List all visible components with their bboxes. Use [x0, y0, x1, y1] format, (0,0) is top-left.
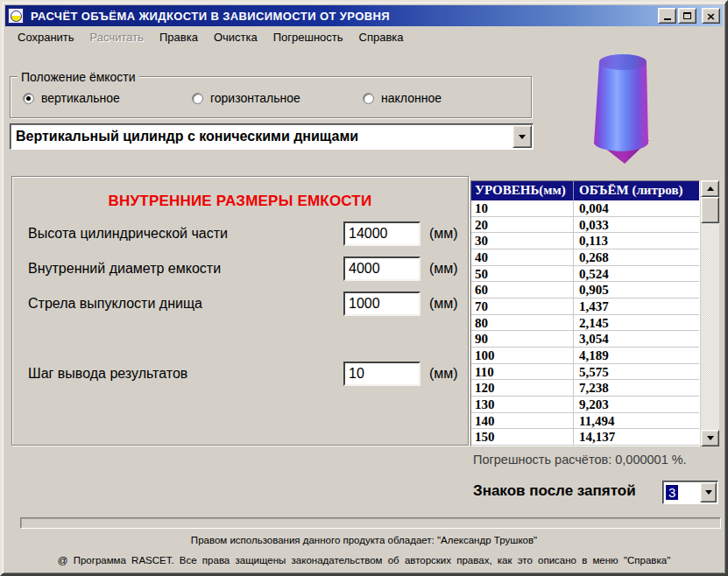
volume-cell: 7,238: [574, 380, 699, 397]
volume-cell: 4,189: [574, 348, 699, 364]
app-icon: [8, 8, 24, 24]
level-cell: 30: [471, 233, 574, 249]
results-table: УРОВЕНЬ(мм) ОБЪЁМ (литров) 10 0,004 20 0…: [470, 180, 719, 446]
footer-copyright-text: @ Программа RASCET. Все права защищены з…: [3, 555, 725, 565]
dimensions-panel: ВНУТРЕННИЕ РАЗМЕРЫ ЕМКОСТИ Высота цилинд…: [11, 176, 469, 446]
maximize-button[interactable]: [678, 8, 696, 24]
dimension-row: Шаг вывода результатов (мм): [12, 361, 468, 387]
menu-save[interactable]: Сохранить: [10, 29, 82, 46]
level-cell: 90: [471, 331, 574, 348]
radio-horizontal-label: горизонтальное: [210, 91, 300, 105]
table-row[interactable]: 10 0,004: [471, 200, 699, 217]
results-scrollbar[interactable]: [701, 180, 719, 446]
decimals-dropdown-button[interactable]: [700, 482, 717, 502]
volume-cell: 14,137: [574, 429, 699, 446]
volume-cell: 0,113: [574, 233, 699, 249]
minimize-button[interactable]: [658, 8, 676, 24]
app-window: РАСЧЁТ ОБЪЁМА ЖИДКОСТИ В ЗАВИСИМОСТИ ОТ …: [0, 0, 728, 576]
height-input[interactable]: [343, 221, 421, 246]
bottom-camber-input[interactable]: [343, 292, 421, 316]
decimals-value: 3: [663, 485, 699, 500]
level-cell: 130: [471, 397, 574, 413]
radio-horizontal[interactable]: горизонтальное: [192, 88, 300, 109]
chevron-down-icon: [519, 135, 526, 139]
level-cell: 150: [471, 429, 574, 446]
volume-cell: 0,268: [574, 249, 699, 266]
volume-cell: 0,033: [574, 217, 699, 234]
table-row[interactable]: 130 9,203: [471, 397, 699, 413]
menu-edit[interactable]: Правка: [152, 29, 206, 46]
table-row[interactable]: 60 0,905: [471, 282, 699, 299]
radio-inclined[interactable]: наклонное: [363, 88, 442, 109]
menu-clear[interactable]: Очистка: [206, 29, 265, 46]
radio-vertical-label: вертикальное: [41, 91, 120, 105]
height-label: Высота цилиндрической части: [28, 221, 228, 247]
close-icon: ×: [706, 11, 716, 22]
bottom-camber-unit: (мм): [429, 291, 458, 317]
table-row[interactable]: 80 2,145: [471, 315, 699, 332]
level-cell: 120: [471, 380, 574, 397]
menu-calculate: Расчитать: [82, 29, 152, 46]
tank-type-value: Вертикальный цилиндр с коническими днища…: [11, 129, 512, 144]
dimension-row: Высота цилиндрической части (мм): [12, 221, 468, 247]
level-cell: 140: [471, 413, 574, 430]
decimals-combobox[interactable]: 3: [662, 481, 718, 504]
table-row[interactable]: 150 14,137: [471, 429, 699, 446]
scrollbar-thumb[interactable]: [701, 197, 719, 223]
chevron-down-icon: [705, 490, 712, 495]
radio-circle-icon: [23, 93, 34, 104]
tank-position-legend: Положение ёмкости: [18, 70, 139, 84]
level-cell: 80: [471, 315, 574, 332]
scroll-up-button[interactable]: [701, 180, 719, 197]
results-header: УРОВЕНЬ(мм) ОБЪЁМ (литров): [471, 181, 699, 200]
volume-cell: 9,203: [574, 397, 699, 413]
close-button[interactable]: ×: [702, 8, 720, 24]
tank-type-dropdown-button[interactable]: [512, 125, 532, 148]
volume-cell: 0,004: [574, 200, 699, 217]
table-row[interactable]: 140 11,494: [471, 413, 699, 430]
decimals-selected-text: 3: [666, 485, 678, 500]
volume-cell: 2,145: [574, 315, 699, 332]
results-grid: УРОВЕНЬ(мм) ОБЪЁМ (литров) 10 0,004 20 0…: [470, 180, 700, 446]
diameter-unit: (мм): [429, 256, 458, 282]
volume-cell: 0,524: [574, 266, 699, 283]
table-row[interactable]: 120 7,238: [471, 380, 699, 397]
level-cell: 20: [471, 217, 574, 234]
volume-cell: 3,054: [574, 331, 699, 348]
table-row[interactable]: 50 0,524: [471, 266, 699, 283]
menu-accuracy[interactable]: Погрешность: [265, 29, 351, 46]
table-row[interactable]: 30 0,113: [471, 233, 699, 249]
chevron-down-icon: [707, 436, 714, 440]
accuracy-note: Погрешность расчётов: 0,000001 %.: [473, 453, 687, 467]
radio-vertical[interactable]: вертикальное: [23, 88, 120, 109]
diameter-input[interactable]: [343, 256, 421, 281]
title-bar[interactable]: РАСЧЁТ ОБЪЁМА ЖИДКОСТИ В ЗАВИСИМОСТИ ОТ …: [5, 5, 723, 26]
level-cell: 100: [471, 348, 574, 364]
volume-cell: 5,575: [574, 364, 699, 381]
tank-type-combobox[interactable]: Вертикальный цилиндр с коническими днища…: [10, 123, 534, 150]
table-row[interactable]: 100 4,189: [471, 348, 699, 364]
maximize-icon: [683, 12, 691, 19]
footer-owner-text: Правом использования данного продукта об…: [3, 535, 725, 545]
results-rows: 10 0,004 20 0,033 30 0,113 40 0,268 50 0…: [471, 200, 699, 446]
table-row[interactable]: 110 5,575: [471, 364, 699, 381]
menu-help[interactable]: Справка: [351, 29, 412, 46]
progress-strip: [20, 517, 721, 529]
table-row[interactable]: 90 3,054: [471, 331, 699, 348]
dimensions-title: ВНУТРЕННИЕ РАЗМЕРЫ ЕМКОСТИ: [12, 193, 468, 210]
table-row[interactable]: 40 0,268: [471, 249, 699, 266]
level-cell: 40: [471, 249, 574, 266]
level-cell: 60: [471, 282, 574, 299]
tank-position-group: Положение ёмкости вертикальное горизонта…: [10, 76, 532, 118]
table-row[interactable]: 70 1,437: [471, 299, 699, 315]
scrollbar-track[interactable]: [701, 223, 719, 430]
radio-inclined-label: наклонное: [381, 91, 442, 105]
scroll-down-button[interactable]: [701, 430, 719, 446]
dimension-row: Стрела выпуклости днища (мм): [12, 291, 468, 317]
diameter-label: Внутренний диаметр емкости: [28, 256, 221, 282]
decimals-label: Знаков после запятой: [473, 482, 636, 500]
table-row[interactable]: 20 0,033: [471, 217, 699, 234]
level-cell: 70: [471, 299, 574, 315]
step-input[interactable]: [343, 362, 421, 386]
menu-bar: Сохранить Расчитать Правка Очистка Погре…: [5, 27, 723, 46]
